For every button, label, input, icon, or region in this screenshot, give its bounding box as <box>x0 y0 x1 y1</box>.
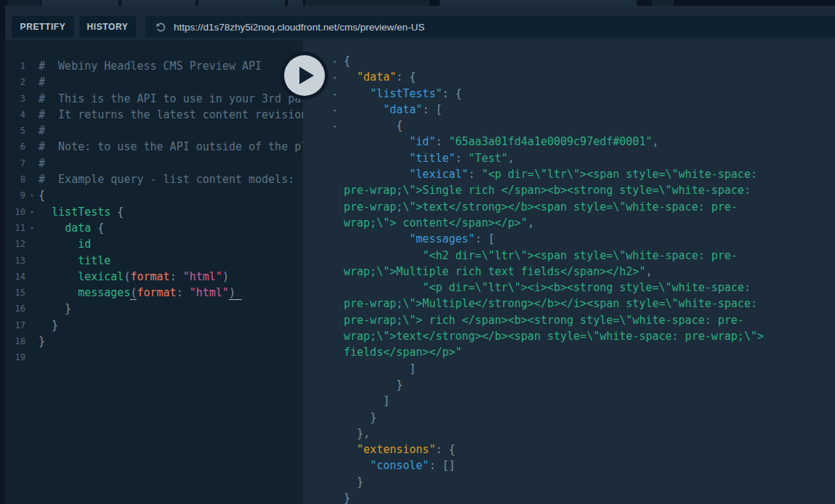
line-number: 17 <box>5 317 25 333</box>
code-token: "lexical" <box>409 168 468 181</box>
code-token: # <box>39 157 45 170</box>
response-line: ▾ "data": [ <box>344 102 776 118</box>
tab-partial[interactable] <box>288 0 303 6</box>
code-token: "data" <box>383 103 422 116</box>
fold-arrow-spacer <box>25 333 39 349</box>
editor-line: 5# <box>5 123 303 139</box>
code-token: listTests <box>52 206 110 219</box>
line-number: 9 <box>5 187 25 203</box>
fold-arrow-icon[interactable]: ▾ <box>333 118 336 134</box>
reload-icon[interactable] <box>155 21 167 33</box>
code-token: : { <box>396 70 416 84</box>
code-token: "id" <box>409 135 435 148</box>
response-line: ▾ "data": { <box>344 69 776 85</box>
response-line: ] <box>344 393 776 409</box>
line-number: 15 <box>5 285 25 301</box>
history-button[interactable]: HISTORY <box>79 16 136 38</box>
code-token <box>39 286 78 299</box>
editor-line: 13 title <box>5 253 303 269</box>
tab-partial[interactable] <box>198 0 285 6</box>
editor-line: 2# <box>5 74 303 90</box>
code-token <box>344 443 357 456</box>
code-token: , <box>508 152 515 165</box>
editor-code: listTests { <box>39 204 303 220</box>
response-line: "extensions": { <box>344 442 776 458</box>
code-token: : [] <box>429 459 455 472</box>
code-token: } <box>344 378 403 391</box>
line-number: 6 <box>5 139 25 155</box>
tab-strip <box>5 0 835 6</box>
code-token <box>39 237 78 251</box>
editor-line: 11▾ data { <box>5 220 303 236</box>
fold-arrow-icon[interactable]: ▾ <box>25 187 39 203</box>
code-token: } <box>39 302 71 315</box>
response-line: "<h2 dir=\"ltr\"><span style=\"white-spa… <box>344 248 776 280</box>
response-line: ▾ "listTests": { <box>344 86 776 102</box>
fold-arrow-spacer <box>25 301 39 317</box>
code-token: format <box>137 286 176 299</box>
code-token <box>344 232 409 245</box>
tab-partial[interactable] <box>121 0 195 6</box>
editor-line: 14 lexical(format: "html") <box>5 269 303 285</box>
line-number: 4 <box>5 107 25 123</box>
line-number: 18 <box>5 333 25 349</box>
code-token: { <box>39 189 45 202</box>
editor-line: 15 messages(format: "html") <box>5 285 303 301</box>
line-number: 13 <box>5 253 25 269</box>
prettify-button[interactable]: PRETTIFY <box>12 16 74 38</box>
response-line: } <box>344 490 776 504</box>
fold-arrow-spacer <box>25 253 39 269</box>
code-token: { <box>91 221 104 235</box>
response-line: "title": "Test", <box>344 150 776 166</box>
fold-arrow-icon[interactable]: ▾ <box>333 54 336 70</box>
code-token: } <box>344 476 363 489</box>
code-token: , <box>528 216 534 229</box>
fold-arrow-icon[interactable]: ▾ <box>333 86 336 102</box>
line-number: 11 <box>5 220 25 236</box>
code-token: "html" <box>190 286 229 299</box>
editor-code: title <box>39 253 303 269</box>
response-line: }, <box>344 426 776 442</box>
code-token <box>344 168 409 181</box>
response-line: "messages": [ <box>344 231 776 247</box>
editor-line: 16 } <box>5 301 303 317</box>
fold-arrow-spacer <box>25 107 39 123</box>
url-input[interactable] <box>174 22 835 33</box>
code-token: : <box>469 168 482 181</box>
tab-partial[interactable] <box>652 0 674 6</box>
fold-arrow-spacer <box>25 285 39 301</box>
query-editor-pane[interactable]: 1# Webiny Headless CMS Preview API2#3# T… <box>5 40 303 504</box>
code-token: # Note: to use the API outside of the pl… <box>39 140 303 153</box>
line-number: 12 <box>5 236 25 252</box>
editor-line: 17 } <box>5 317 303 333</box>
line-number: 5 <box>5 123 25 139</box>
fold-arrow-icon[interactable]: ▾ <box>333 102 336 118</box>
code-token: } <box>344 492 350 504</box>
fold-arrow-icon[interactable]: ▾ <box>333 70 336 86</box>
line-number: 1 <box>5 58 25 74</box>
tab-partial[interactable] <box>7 0 40 6</box>
code-token: : { <box>442 87 461 100</box>
code-token: "console" <box>370 459 429 472</box>
response-pane[interactable]: ▾{▾ "data": {▾ "listTests": {▾ "data": [… <box>303 40 835 504</box>
execute-query-button[interactable] <box>281 52 328 99</box>
code-token <box>344 70 357 84</box>
editor-line: 10▾ listTests { <box>5 204 303 220</box>
code-token: "extensions" <box>357 443 435 456</box>
code-token: messages <box>78 286 130 299</box>
code-token <box>344 103 383 116</box>
fold-arrow-icon[interactable]: ▾ <box>25 220 39 236</box>
code-token <box>39 254 78 267</box>
tab-partial[interactable] <box>440 0 637 6</box>
code-token: "html" <box>183 270 222 283</box>
tab-partial[interactable] <box>305 0 429 6</box>
editor-code: messages(format: "html") <box>39 285 303 301</box>
fold-arrow-icon[interactable]: ▾ <box>25 204 39 220</box>
line-number: 7 <box>5 155 25 171</box>
url-bar <box>145 16 835 38</box>
code-token: ] <box>344 394 390 407</box>
tab-partial[interactable] <box>41 0 118 6</box>
code-token: "messages" <box>409 232 475 245</box>
code-token: }, <box>344 427 370 440</box>
toolbar: PRETTIFY HISTORY <box>5 6 835 40</box>
